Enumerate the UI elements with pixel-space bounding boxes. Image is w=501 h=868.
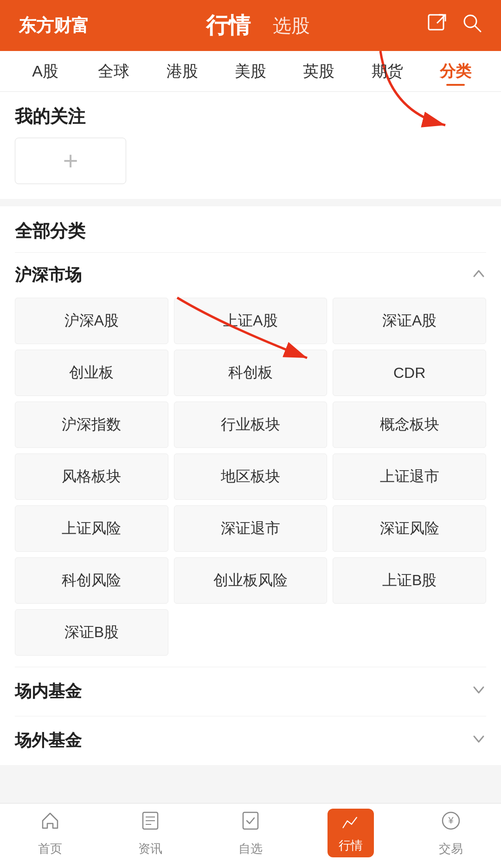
cat-hushen-index[interactable]: 沪深指数 bbox=[15, 402, 168, 448]
cat-empty-2 bbox=[333, 609, 486, 656]
header-title: 行情 bbox=[206, 11, 250, 40]
nav-home-label: 首页 bbox=[38, 841, 62, 857]
all-categories-title: 全部分类 bbox=[15, 219, 486, 243]
search-icon[interactable] bbox=[462, 13, 482, 38]
news-icon bbox=[139, 810, 161, 837]
otc-fund-group[interactable]: 场外基金 bbox=[15, 716, 486, 765]
cat-concept[interactable]: 概念板块 bbox=[333, 402, 486, 448]
watchlist-add-button[interactable]: + bbox=[15, 138, 126, 184]
cat-sz-b[interactable]: 深证B股 bbox=[15, 609, 168, 656]
chevron-down-icon-1 bbox=[471, 683, 486, 701]
nav-news-label: 资讯 bbox=[138, 841, 162, 857]
cat-industry[interactable]: 行业板块 bbox=[174, 402, 328, 448]
tab-futures[interactable]: 期货 bbox=[353, 61, 421, 82]
cat-sh-risk[interactable]: 上证风险 bbox=[15, 505, 168, 552]
svg-rect-8 bbox=[243, 812, 258, 829]
cat-cdr[interactable]: CDR bbox=[333, 350, 486, 396]
nav-trade-label: 交易 bbox=[439, 841, 463, 857]
app-logo: 东方财富 bbox=[19, 14, 89, 38]
share-icon[interactable] bbox=[427, 13, 447, 38]
cat-kc-risk[interactable]: 科创风险 bbox=[15, 557, 168, 604]
tab-uk-shares[interactable]: 英股 bbox=[285, 61, 353, 82]
shanghai-shenzhen-title: 沪深市场 bbox=[15, 264, 82, 287]
header-center: 行情 选股 bbox=[89, 11, 427, 40]
nav-market-label: 行情 bbox=[339, 837, 363, 854]
grid-container: 沪深A股 上证A股 深证A股 创业板 科创板 CDR 沪深指数 行业板块 概念板… bbox=[15, 298, 486, 667]
tab-global[interactable]: 全球 bbox=[79, 61, 148, 82]
chevron-up-icon bbox=[471, 266, 486, 285]
cat-region[interactable]: 地区板块 bbox=[174, 453, 328, 500]
watchlist-section: 我的关注 + bbox=[0, 92, 501, 199]
nav-home[interactable]: 首页 bbox=[0, 810, 100, 862]
tab-us-shares[interactable]: 美股 bbox=[216, 61, 284, 82]
tab-bar: A股 全球 港股 美股 英股 期货 分类 bbox=[0, 51, 501, 92]
cat-sz-risk[interactable]: 深证风险 bbox=[333, 505, 486, 552]
shanghai-shenzhen-header[interactable]: 沪深市场 bbox=[15, 252, 486, 298]
tab-a-shares[interactable]: A股 bbox=[11, 61, 79, 82]
nav-market[interactable]: 行情 bbox=[301, 809, 401, 863]
cat-empty-1 bbox=[174, 609, 328, 656]
tab-categories[interactable]: 分类 bbox=[422, 61, 490, 82]
page-wrapper: 东方财富 行情 选股 bbox=[0, 0, 501, 839]
cat-sz-delisted[interactable]: 深证退市 bbox=[174, 505, 328, 552]
trade-icon: ¥ bbox=[440, 810, 462, 837]
nav-watchlist-label: 自选 bbox=[238, 841, 263, 857]
tab-hk-shares[interactable]: 港股 bbox=[148, 61, 216, 82]
cat-hushen-a[interactable]: 沪深A股 bbox=[15, 298, 168, 344]
svg-rect-0 bbox=[429, 15, 443, 30]
add-icon: + bbox=[63, 148, 78, 174]
bottom-nav: 首页 资讯 自选 bbox=[0, 803, 501, 868]
cat-style[interactable]: 风格板块 bbox=[15, 453, 168, 500]
cat-sh-b[interactable]: 上证B股 bbox=[333, 557, 486, 604]
cat-shanghai-a[interactable]: 上证A股 bbox=[174, 298, 328, 344]
cat-cy-risk[interactable]: 创业板风险 bbox=[174, 557, 328, 604]
svg-text:¥: ¥ bbox=[448, 815, 454, 825]
home-icon bbox=[39, 810, 61, 837]
cat-sh-delisted[interactable]: 上证退市 bbox=[333, 453, 486, 500]
otc-fund-title: 场外基金 bbox=[15, 729, 82, 752]
chevron-down-icon-2 bbox=[471, 732, 486, 750]
cat-chuangye[interactable]: 创业板 bbox=[15, 350, 168, 396]
exchange-fund-group[interactable]: 场内基金 bbox=[15, 667, 486, 716]
categories-section: 全部分类 沪深市场 bbox=[0, 206, 501, 765]
nav-trade[interactable]: ¥ 交易 bbox=[401, 810, 501, 862]
nav-watchlist[interactable]: 自选 bbox=[200, 810, 301, 862]
cat-kechuang[interactable]: 科创板 bbox=[174, 350, 328, 396]
content: 我的关注 + 全部分类 沪深市场 bbox=[0, 92, 501, 765]
market-icon bbox=[340, 812, 361, 835]
header: 东方财富 行情 选股 bbox=[0, 0, 501, 51]
shanghai-shenzhen-grid: 沪深A股 上证A股 深证A股 创业板 科创板 CDR 沪深指数 行业板块 概念板… bbox=[15, 298, 486, 667]
header-icons bbox=[427, 13, 482, 38]
watchlist-icon bbox=[239, 810, 262, 837]
shanghai-shenzhen-group: 沪深市场 bbox=[15, 252, 486, 667]
cat-shenzhen-a[interactable]: 深证A股 bbox=[333, 298, 486, 344]
exchange-fund-title: 场内基金 bbox=[15, 680, 82, 703]
nav-news[interactable]: 资讯 bbox=[100, 810, 200, 862]
watchlist-title: 我的关注 bbox=[15, 105, 486, 128]
header-subtitle[interactable]: 选股 bbox=[273, 13, 310, 38]
